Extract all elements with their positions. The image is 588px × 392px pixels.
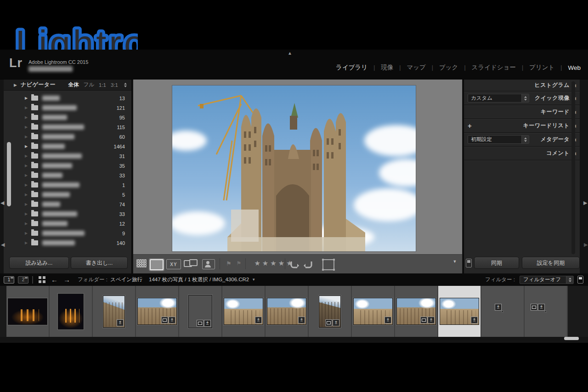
adjustment-badge-icon[interactable]: ±: [333, 319, 339, 326]
import-button[interactable]: 読み込み...: [9, 257, 69, 269]
folder-row[interactable]: ▶1464: [4, 142, 131, 151]
section-dropdown[interactable]: カスタム: [468, 94, 529, 102]
filter-dropdown[interactable]: フィルターオフ: [520, 276, 574, 284]
folder-expand-icon[interactable]: ▶: [25, 135, 31, 139]
folder-row[interactable]: ▶60: [4, 132, 131, 142]
thumbnail-photo[interactable]: ±: [353, 298, 393, 325]
thumbnail-photo[interactable]: ±: [440, 298, 479, 325]
filmstrip-thumb-cell[interactable]: ±: [266, 286, 309, 337]
folder-expand-icon[interactable]: ▶: [25, 212, 31, 216]
folder-row[interactable]: ▶35: [4, 161, 131, 170]
crop-badge-icon[interactable]: [197, 320, 204, 327]
panel-section-4[interactable]: 初期設定メタデータ◀: [464, 133, 580, 147]
flag-reject-icon[interactable]: ⚑: [235, 259, 243, 267]
main-window-button[interactable]: 1: [4, 276, 14, 284]
crop-badge-icon[interactable]: [325, 319, 332, 326]
filmstrip-thumb-cell[interactable]: ±: [395, 286, 438, 337]
adjustment-badge-icon[interactable]: ±: [204, 320, 211, 327]
adjustment-badge-icon[interactable]: ±: [471, 317, 478, 324]
folder-row[interactable]: ▶5: [4, 190, 131, 199]
thumbnail-photo[interactable]: ±: [267, 298, 306, 325]
flag-pick-icon[interactable]: ⚑: [225, 259, 232, 267]
folder-row[interactable]: ▶33: [4, 209, 131, 219]
left-panel-collapse-icon[interactable]: ◀: [0, 200, 4, 206]
crop-overlay-icon[interactable]: [322, 259, 334, 270]
filmstrip-thumb-cell[interactable]: ±: [352, 286, 395, 337]
folder-expand-icon[interactable]: ▶: [25, 241, 31, 245]
thumbnail-photo[interactable]: ±: [103, 295, 125, 328]
filmstrip-thumb-cell[interactable]: ±: [438, 286, 481, 337]
folder-expand-icon[interactable]: ▶: [25, 125, 31, 129]
adjustment-badge-icon[interactable]: ±: [428, 317, 435, 324]
panel-section-0[interactable]: ヒストグラム◀: [464, 80, 580, 91]
panel-section-1[interactable]: カスタムクイック現像◀: [464, 91, 580, 105]
folder-expand-icon[interactable]: ▶: [25, 173, 31, 177]
crop-badge-icon[interactable]: [161, 317, 168, 324]
zoom-option-3to1[interactable]: 3:1: [111, 82, 118, 88]
folder-expand-icon[interactable]: ▶: [25, 183, 31, 187]
folder-row[interactable]: ▶31: [4, 151, 131, 161]
zoom-spinner-icon[interactable]: [123, 83, 128, 87]
zoom-option-1to1[interactable]: 1:1: [99, 82, 106, 88]
sync-toggle-icon[interactable]: [466, 259, 472, 267]
folder-row[interactable]: ▶140: [4, 238, 131, 248]
folder-row[interactable]: ▶13: [4, 93, 131, 103]
folder-expand-icon[interactable]: ▶: [25, 154, 31, 158]
left-panel-scrollbar[interactable]: [7, 142, 11, 206]
folder-row[interactable]: ▶121: [4, 103, 131, 113]
folder-expand-icon[interactable]: ▶: [25, 115, 31, 119]
folder-expand-icon[interactable]: ▶: [25, 231, 31, 235]
export-button[interactable]: 書き出し...: [71, 257, 128, 269]
adjustment-badge-icon[interactable]: ±: [495, 304, 502, 311]
module-2[interactable]: マップ: [407, 63, 425, 72]
top-panel-toggle-icon[interactable]: ▲: [288, 51, 292, 56]
folder-expand-icon[interactable]: ▶: [25, 144, 31, 148]
filmstrip-scroll-left-icon[interactable]: ◀: [1, 242, 5, 248]
navigator-header[interactable]: ▶ ナビゲーター 全体 フル 1:1 3:1: [4, 80, 131, 91]
folder-name[interactable]: スペイン旅行: [110, 276, 142, 283]
filmstrip-thumb-cell[interactable]: [50, 286, 93, 337]
loupe-view-icon[interactable]: [150, 259, 164, 270]
folder-row[interactable]: ▶33: [4, 170, 131, 180]
folder-row[interactable]: ▶1: [4, 180, 131, 190]
thumbnail-photo[interactable]: ±: [319, 295, 341, 328]
thumbnail-photo[interactable]: ±: [396, 298, 436, 325]
thumbnail-photo[interactable]: [8, 298, 47, 325]
filmstrip-thumb-cell[interactable]: [6, 286, 50, 337]
main-photo-sagrada-familia[interactable]: [172, 85, 416, 251]
folder-expand-icon[interactable]: ▶: [25, 96, 31, 100]
source-caret-icon[interactable]: ▼: [252, 278, 255, 282]
filmstrip-thumb-cell[interactable]: ±: [222, 286, 266, 337]
thumbnail-photo[interactable]: ±: [224, 298, 263, 325]
add-keyword-icon[interactable]: +: [468, 122, 472, 130]
survey-view-icon[interactable]: [184, 259, 198, 268]
filmstrip-thumb-cell[interactable]: ±: [525, 286, 568, 337]
zoom-option-fit[interactable]: 全体: [68, 81, 79, 88]
filmstrip-scroll-right-icon[interactable]: ▶: [584, 242, 588, 248]
filter-toggle-icon[interactable]: [577, 276, 583, 284]
sync-settings-button[interactable]: 設定を同期: [522, 257, 580, 269]
folder-expand-icon[interactable]: ▶: [25, 106, 31, 110]
folder-row[interactable]: ▶74: [4, 199, 131, 209]
module-3[interactable]: ブック: [439, 63, 458, 72]
thumbnail-photo[interactable]: ±: [137, 298, 177, 325]
dropdown-spinner-icon[interactable]: [521, 136, 529, 143]
adjustment-badge-icon[interactable]: ±: [169, 317, 175, 324]
grid-back-icon[interactable]: [39, 276, 45, 283]
previous-image-icon[interactable]: ←: [51, 276, 58, 284]
second-window-button[interactable]: 2: [18, 276, 28, 284]
thumbnail-photo[interactable]: ±: [502, 311, 503, 312]
dropdown-spinner-icon[interactable]: [521, 94, 529, 102]
sync-button[interactable]: 同期: [474, 257, 519, 269]
next-image-icon[interactable]: →: [63, 276, 70, 284]
thumbnail-photo[interactable]: ±: [545, 311, 546, 312]
folder-expand-icon[interactable]: ▶: [25, 193, 31, 197]
adjustment-badge-icon[interactable]: ±: [384, 317, 391, 324]
module-web[interactable]: Web: [568, 64, 581, 71]
crop-badge-icon[interactable]: [531, 304, 537, 311]
filter-spinner-icon[interactable]: [566, 276, 573, 284]
filmstrip-thumb-cell[interactable]: ±: [481, 286, 525, 337]
filmstrip-scrollbar[interactable]: [564, 337, 579, 340]
rotate-left-icon[interactable]: [288, 259, 300, 269]
folder-row[interactable]: ▶9: [4, 228, 131, 238]
